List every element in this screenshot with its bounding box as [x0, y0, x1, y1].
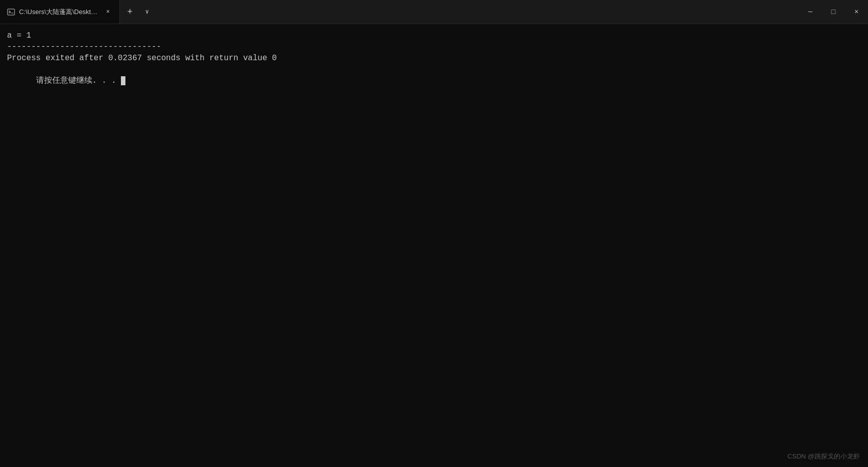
tab-title-text: C:\Users\大陆蓬蒿\Desktop\才	[19, 8, 99, 17]
tab-close-button[interactable]: ×	[103, 8, 112, 17]
cursor-blink	[121, 76, 125, 85]
watermark: CSDN @跳探戈的小龙虾	[787, 452, 860, 461]
maximize-button[interactable]: □	[822, 0, 845, 24]
minimize-button[interactable]: ─	[799, 0, 822, 24]
new-tab-button[interactable]: +	[121, 3, 139, 21]
active-tab[interactable]: C:\Users\大陆蓬蒿\Desktop\才 ×	[0, 0, 120, 24]
dropdown-button[interactable]: ∨	[139, 4, 155, 20]
output-line-4: 请按任意键继续. . .	[7, 64, 861, 97]
tab-area: C:\Users\大陆蓬蒿\Desktop\才 × + ∨	[0, 0, 799, 24]
titlebar: C:\Users\大陆蓬蒿\Desktop\才 × + ∨ ─ □ ×	[0, 0, 868, 24]
output-line-1: a = 1	[7, 30, 861, 41]
window-controls: ─ □ ×	[799, 0, 868, 24]
output-line-3: Process exited after 0.02367 seconds wit…	[7, 53, 861, 64]
terminal-window: C:\Users\大陆蓬蒿\Desktop\才 × + ∨ ─ □ × a = …	[0, 0, 868, 467]
terminal-tab-icon	[7, 8, 15, 16]
svg-rect-0	[8, 9, 15, 15]
close-window-button[interactable]: ×	[845, 0, 868, 24]
output-line-2: --------------------------------	[7, 41, 861, 52]
terminal-content[interactable]: a = 1 -------------------------------- P…	[0, 24, 868, 467]
